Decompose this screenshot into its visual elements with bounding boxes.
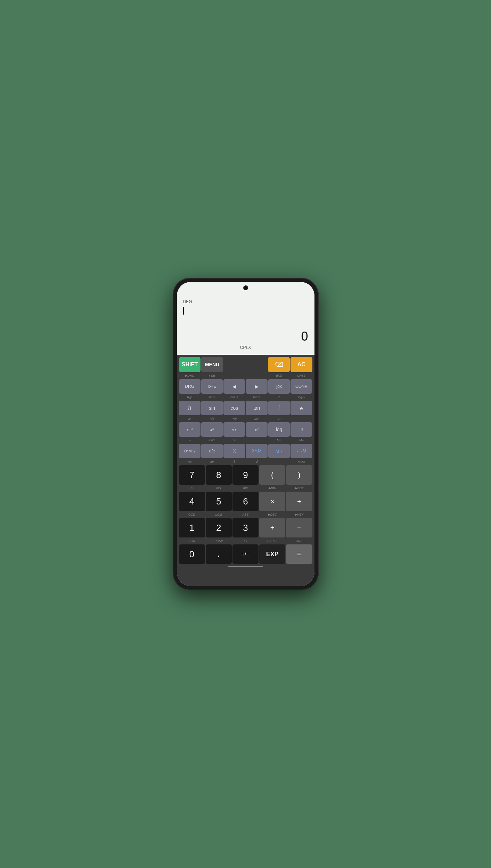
xinv-button[interactable]: x⁻¹ bbox=[179, 422, 201, 437]
row-dms: D°M′S d/c X XY,M MR x→M bbox=[179, 444, 312, 458]
row-drg: DRG x⇔E ◀ ▶ ∫dx CONV bbox=[179, 379, 312, 394]
ln-button[interactable]: ln bbox=[290, 422, 312, 437]
display-cursor bbox=[183, 306, 308, 329]
abc-sublabel: a b/c bbox=[201, 437, 223, 443]
dms-button[interactable]: D°M′S bbox=[179, 444, 201, 458]
ddx-sublabel: d/dx bbox=[268, 373, 290, 378]
drg-sublabel: ▶DRG bbox=[179, 373, 201, 378]
MOD-sublabel: MOD bbox=[290, 459, 312, 465]
i-button[interactable]: i bbox=[268, 401, 290, 415]
e-button[interactable]: e bbox=[290, 401, 312, 415]
sininv-sublabel: sin⁻¹ bbox=[201, 394, 223, 400]
nPr-sublabel: nPr bbox=[232, 485, 259, 491]
XYM-button[interactable]: XY,M bbox=[246, 444, 267, 458]
plusminus-button[interactable]: +/− bbox=[232, 544, 259, 564]
equals-button[interactable]: = bbox=[286, 544, 312, 564]
xy-label: xʸ bbox=[255, 427, 259, 432]
xy-button[interactable]: xʸ bbox=[246, 422, 267, 437]
tan-button[interactable]: tan bbox=[246, 401, 267, 415]
Im-sublabel: Im bbox=[201, 459, 223, 465]
logxy-sublabel: logₓy bbox=[290, 394, 312, 400]
menu-button[interactable]: MENU bbox=[201, 357, 223, 372]
taninv-sublabel: tan⁻¹ bbox=[246, 394, 267, 400]
xe-label: x⇔E bbox=[208, 384, 216, 389]
ANS-sublabel: ANS bbox=[286, 538, 312, 544]
five-button[interactable]: 5 bbox=[206, 492, 232, 511]
bin-sublabel: ▶BIN bbox=[259, 485, 285, 491]
x2-label: x² bbox=[210, 427, 214, 432]
drg-button[interactable]: DRG bbox=[179, 379, 201, 394]
empty4 bbox=[246, 437, 267, 443]
RAN-sublabel: RAN# bbox=[206, 538, 232, 544]
angle-sublabel: ∠ bbox=[268, 394, 290, 400]
label-row-3: x³ ³√x ˣ√y 10ˣ eˣ bbox=[179, 416, 312, 422]
row-shift-menu: SHIFT MENU ⌫ AC bbox=[179, 357, 312, 372]
phone-frame: DEG 0 CPLX SHIFT MENU ⌫ AC ▶DRG FSE bbox=[173, 278, 319, 590]
LCM-sublabel: LCM bbox=[206, 512, 232, 517]
x2-button[interactable]: x² bbox=[201, 422, 223, 437]
cos-button[interactable]: cos bbox=[223, 401, 245, 415]
empty-sublabel bbox=[223, 373, 245, 378]
zero-button[interactable]: 0 bbox=[179, 544, 205, 564]
left-button[interactable]: ◀ bbox=[223, 379, 245, 394]
three-button[interactable]: 3 bbox=[232, 518, 259, 537]
dc-button[interactable]: d/c bbox=[201, 444, 223, 458]
seven-button[interactable]: 7 bbox=[179, 465, 205, 485]
larrow-sublabel: ← bbox=[179, 437, 201, 443]
xtoM-button[interactable]: x→M bbox=[290, 444, 312, 458]
empty-sublabel2 bbox=[246, 373, 267, 378]
Re-sublabel: Re bbox=[179, 459, 201, 465]
display-cplx: CPLX bbox=[183, 345, 308, 352]
intdx-button[interactable]: ∫dx bbox=[268, 379, 290, 394]
log-button[interactable]: log bbox=[268, 422, 290, 437]
dec-sublabel: ▶DEC bbox=[259, 512, 285, 517]
sin-button[interactable]: sin bbox=[201, 401, 223, 415]
pi-button[interactable]: π bbox=[179, 401, 201, 415]
ex-sublabel: eˣ bbox=[268, 416, 290, 422]
xinv-label: x⁻¹ bbox=[187, 427, 193, 432]
xrty-sublabel: ˣ√y bbox=[223, 416, 245, 422]
keyboard: SHIFT MENU ⌫ AC ▶DRG FSE d/dx CNST DRG bbox=[177, 355, 314, 586]
row-powers: x⁻¹ x² √x xʸ log ln bbox=[179, 422, 312, 437]
row-zero: 0 . +/− EXP = bbox=[179, 544, 312, 564]
multiply-button[interactable]: × bbox=[259, 492, 285, 511]
sqrt-label: √x bbox=[232, 427, 237, 432]
minus-button[interactable]: − bbox=[286, 518, 312, 537]
theta-sublabel: θ bbox=[223, 459, 245, 465]
two-button[interactable]: 2 bbox=[206, 518, 232, 537]
tenx-sublabel: 10ˣ bbox=[246, 416, 267, 422]
label-row-5: Re Im θ z̄ MOD bbox=[179, 459, 312, 465]
nine-button[interactable]: 9 bbox=[232, 465, 259, 485]
xe-button[interactable]: x⇔E bbox=[201, 379, 223, 394]
EXP-button[interactable]: EXP bbox=[259, 544, 285, 564]
cosinv-sublabel: cos⁻¹ bbox=[223, 394, 245, 400]
X-button[interactable]: X bbox=[223, 444, 245, 458]
sqrt-button[interactable]: √x bbox=[223, 422, 245, 437]
right-button[interactable]: ▶ bbox=[246, 379, 267, 394]
MR-button[interactable]: MR bbox=[268, 444, 290, 458]
row-789: 7 8 9 ( ) bbox=[179, 465, 312, 485]
row-trig: π sin cos tan i e bbox=[179, 401, 312, 415]
plus-button[interactable]: + bbox=[259, 518, 285, 537]
x3-sublabel: x³ bbox=[179, 416, 201, 422]
backspace-button[interactable]: ⌫ bbox=[268, 357, 290, 372]
GCD-sublabel: GCD bbox=[179, 512, 205, 517]
label-row-7: GCD LCM ABS ▶DEC ▶HEX bbox=[179, 512, 312, 517]
rparen-button[interactable]: ) bbox=[286, 465, 312, 485]
conv-button[interactable]: CONV bbox=[290, 379, 312, 394]
i-label: i bbox=[278, 405, 280, 411]
nCr-sublabel: nCr bbox=[206, 485, 232, 491]
intdx-label: ∫dx bbox=[276, 384, 282, 389]
six-button[interactable]: 6 bbox=[232, 492, 259, 511]
ac-button[interactable]: AC bbox=[290, 357, 312, 372]
row-123: 1 2 3 + − bbox=[179, 518, 312, 537]
hyp-sublabel: hyp bbox=[179, 394, 201, 400]
row-456: 4 5 6 × ÷ bbox=[179, 492, 312, 511]
shift-button[interactable]: SHIFT bbox=[179, 357, 201, 372]
eight-button[interactable]: 8 bbox=[206, 465, 232, 485]
one-button[interactable]: 1 bbox=[179, 518, 205, 537]
dot-button[interactable]: . bbox=[206, 544, 232, 564]
four-button[interactable]: 4 bbox=[179, 492, 205, 511]
divide-button[interactable]: ÷ bbox=[286, 492, 312, 511]
lparen-button[interactable]: ( bbox=[259, 465, 285, 485]
